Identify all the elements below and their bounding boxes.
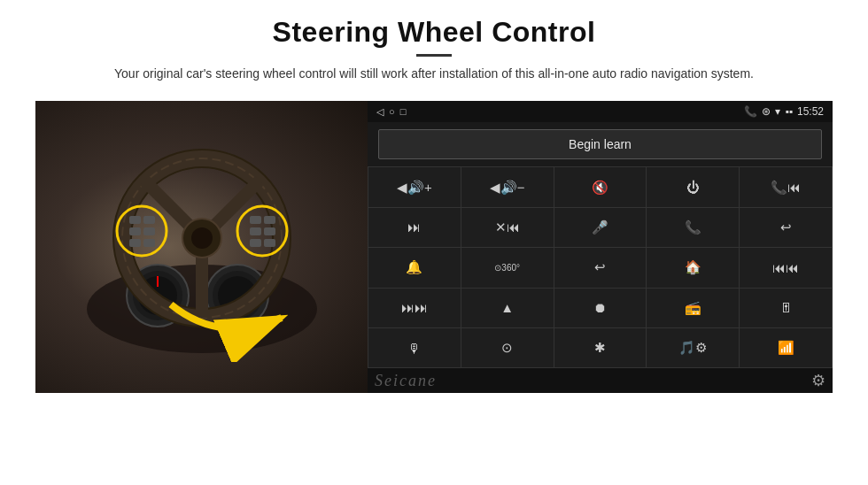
settings-gear-icon[interactable]: ⚙ bbox=[811, 371, 825, 390]
fast-forward-button[interactable]: ⏭⏭ bbox=[368, 289, 461, 327]
title-section: Steering Wheel Control Your original car… bbox=[114, 16, 754, 96]
phone-answer-button[interactable]: 📞 bbox=[647, 208, 739, 247]
svg-rect-25 bbox=[264, 216, 275, 224]
home-button[interactable]: 🏠 bbox=[647, 248, 739, 287]
status-icons: 📞 ⊛ ▾ ▪▪ 15:52 bbox=[744, 105, 824, 118]
svg-rect-24 bbox=[250, 216, 261, 224]
status-bar: ◁ ○ □ 📞 ⊛ ▾ ▪▪ 15:52 bbox=[368, 101, 833, 122]
page-container: Steering Wheel Control Your original car… bbox=[0, 0, 868, 485]
power-button[interactable]: ⏻ bbox=[647, 167, 739, 206]
steering-wheel-area bbox=[44, 110, 359, 384]
phone-prev-button[interactable]: 📞⏮ bbox=[740, 167, 832, 206]
time-display: 15:52 bbox=[797, 105, 824, 118]
title-divider bbox=[416, 54, 452, 57]
status-nav: ◁ ○ □ bbox=[376, 106, 406, 118]
microphone-button[interactable]: 🎤 bbox=[554, 208, 647, 247]
prev-cancel-button[interactable]: ✕⏮ bbox=[461, 208, 554, 247]
vol-up-icon: ◀🔊+ bbox=[397, 180, 432, 196]
rewind-button[interactable]: ⏮⏮ bbox=[740, 248, 832, 287]
hang-up-button[interactable]: ↩ bbox=[740, 208, 832, 247]
vol-up-button[interactable]: ◀🔊+ bbox=[368, 167, 461, 206]
svg-point-15 bbox=[191, 227, 213, 249]
svg-rect-20 bbox=[143, 227, 155, 235]
svg-rect-21 bbox=[129, 239, 141, 247]
radio-button[interactable]: 📻 bbox=[647, 289, 739, 327]
svg-rect-18 bbox=[143, 216, 155, 224]
mute-button[interactable]: 🔇 bbox=[554, 167, 647, 206]
svg-rect-29 bbox=[264, 239, 275, 247]
phone-status-icon: 📞 bbox=[744, 105, 757, 118]
bluetooth-button[interactable]: ✱ bbox=[554, 328, 647, 367]
seicane-watermark: Seicane bbox=[375, 372, 437, 390]
page-title: Steering Wheel Control bbox=[114, 16, 754, 49]
svg-rect-27 bbox=[264, 227, 275, 235]
seicane-bar: Seicane ⚙ bbox=[368, 368, 833, 393]
controls-grid: ◀🔊+ ◀🔊− 🔇 ⏻ 📞⏮ ⏭ ✕ bbox=[368, 166, 833, 368]
source-button[interactable]: ⏺ bbox=[554, 289, 647, 327]
svg-rect-22 bbox=[143, 239, 155, 247]
steering-wheel-svg bbox=[78, 132, 326, 362]
cam-360-button[interactable]: ⊙360° bbox=[461, 248, 554, 287]
location-status-icon: ⊛ bbox=[762, 105, 771, 118]
nav-back-icon[interactable]: ◁ bbox=[376, 106, 384, 118]
android-panel: ◁ ○ □ 📞 ⊛ ▾ ▪▪ 15:52 Begin learn bbox=[368, 101, 833, 393]
music-settings-button[interactable]: 🎵⚙ bbox=[647, 328, 739, 367]
navigate-button[interactable]: ▲ bbox=[461, 289, 554, 327]
next-track-button[interactable]: ⏭ bbox=[368, 208, 461, 247]
vol-down-button[interactable]: ◀🔊− bbox=[461, 167, 554, 206]
equalizer-button[interactable]: 🎚 bbox=[740, 289, 832, 327]
content-row: ◁ ○ □ 📞 ⊛ ▾ ▪▪ 15:52 Begin learn bbox=[35, 101, 833, 393]
back-button[interactable]: ↩ bbox=[554, 248, 647, 287]
nav-home-icon[interactable]: ○ bbox=[389, 106, 395, 117]
car-image bbox=[35, 101, 368, 393]
svg-rect-17 bbox=[129, 216, 141, 224]
nav-recent-icon[interactable]: □ bbox=[400, 106, 407, 117]
battery-icon: ▪▪ bbox=[785, 105, 793, 118]
circle-menu-button[interactable]: ⊙ bbox=[461, 328, 554, 367]
horn-button[interactable]: 🔔 bbox=[368, 248, 461, 287]
svg-rect-28 bbox=[250, 239, 261, 247]
signal-button[interactable]: 📶 bbox=[740, 328, 832, 367]
wifi-status-icon: ▾ bbox=[775, 105, 780, 118]
subtitle: Your original car's steering wheel contr… bbox=[114, 64, 754, 83]
mic2-button[interactable]: 🎙 bbox=[368, 328, 461, 367]
begin-learn-button[interactable]: Begin learn bbox=[378, 129, 822, 159]
svg-rect-19 bbox=[129, 227, 141, 235]
svg-rect-26 bbox=[250, 227, 261, 235]
begin-learn-area: Begin learn bbox=[368, 122, 833, 166]
